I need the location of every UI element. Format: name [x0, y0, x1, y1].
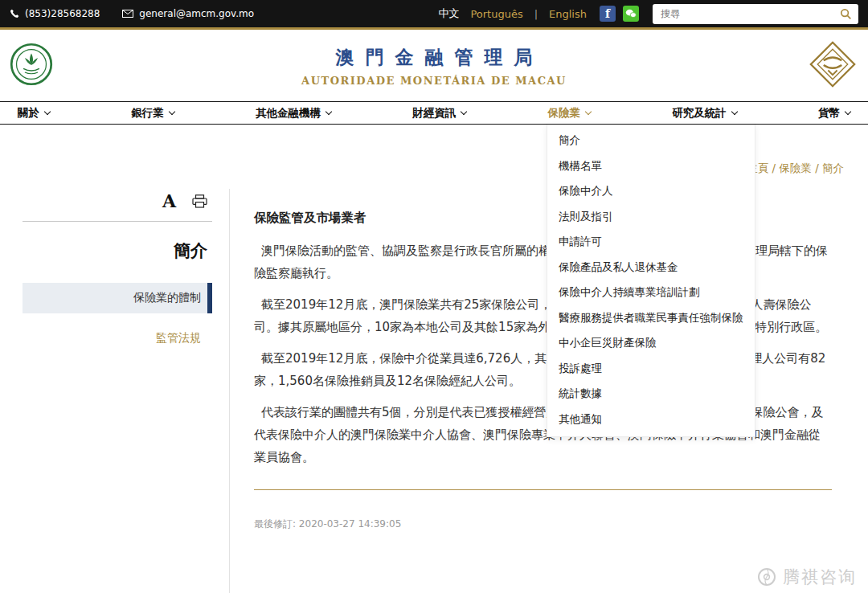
nav-label: 關於 [18, 106, 39, 121]
top-utility-bar: (853)28568288 general@amcm.gov.mo 中文 Por… [0, 0, 868, 27]
nav-item-banking[interactable]: 銀行業 [131, 106, 174, 121]
breadcrumb-separator: / [768, 162, 779, 174]
email-icon [122, 10, 133, 18]
breadcrumb-intro[interactable]: 簡介 [822, 162, 844, 174]
phone-number: (853)28568288 [25, 8, 100, 19]
nav-item-other-financial-institutions[interactable]: 其他金融機構 [256, 106, 331, 121]
wechat-bubbles-icon [625, 9, 637, 18]
sidebar-section-title: 簡介 [23, 239, 212, 262]
site-title-portuguese: AUTORIDADE MONETÁRIA DE MACAU [301, 75, 567, 87]
phone-icon [10, 9, 19, 18]
sidebar-divider [23, 221, 212, 222]
nav-label: 貨幣 [818, 106, 840, 121]
amcm-diamond-logo [809, 40, 857, 92]
site-header: 澳門金融管理局 AUTORIDADE MONETÁRIA DE MACAU [0, 30, 868, 101]
dropdown-item-other-notices[interactable]: 其他通知 [547, 407, 755, 432]
chevron-down-icon [326, 108, 332, 114]
sidebar-item-regulations[interactable]: 監管法規 [23, 331, 212, 346]
dropdown-item-intro[interactable]: 簡介 [547, 128, 755, 153]
amcm-page: (853)28568288 general@amcm.gov.mo 中文 Por… [0, 0, 868, 593]
insurance-dropdown-menu: 簡介 機構名單 保險中介人 法則及指引 申請許可 保險產品及私人退休基金 保險中… [547, 125, 755, 437]
chevron-down-icon [845, 108, 851, 114]
site-title: 澳門金融管理局 AUTORIDADE MONETÁRIA DE MACAU [301, 45, 567, 87]
sidebar-menu: 保險業的體制 監管法規 [23, 283, 212, 346]
dropdown-item-sme-catastrophe-insurance[interactable]: 中小企巨災財產保險 [547, 330, 755, 356]
facebook-icon[interactable]: f [600, 6, 616, 22]
macau-seal-logo[interactable] [10, 43, 53, 89]
dropdown-item-institutions-list[interactable]: 機構名單 [547, 153, 755, 179]
lang-chinese[interactable]: 中文 [438, 6, 459, 21]
nav-item-insurance[interactable]: 保險業 [548, 106, 592, 121]
main-navigation: 關於 銀行業 其他金融機構 財經資訊 保險業 研究及統計 貨幣 [0, 101, 868, 125]
site-title-chinese: 澳門金融管理局 [301, 45, 567, 70]
content-gold-divider [254, 489, 832, 490]
chevron-down-icon [585, 108, 592, 114]
print-icon[interactable] [192, 194, 207, 208]
nav-label: 銀行業 [131, 106, 164, 121]
nav-label: 研究及統計 [672, 106, 727, 121]
breadcrumb-insurance[interactable]: 保險業 [779, 162, 812, 174]
watermark: 腾祺咨询 [756, 566, 857, 588]
language-switcher: 中文 Português | English [438, 6, 587, 21]
lang-english[interactable]: English [549, 8, 587, 20]
dropdown-item-licensing[interactable]: 申請許可 [547, 229, 755, 255]
dropdown-item-cpd-program[interactable]: 保險中介人持續專業培訓計劃 [547, 280, 755, 305]
chevron-down-icon [731, 108, 738, 114]
last-modified: 最後修訂: 2020-03-27 14:39:05 [254, 517, 832, 531]
chevron-down-icon [461, 108, 467, 114]
phone-contact[interactable]: (853)28568288 [10, 8, 100, 19]
dropdown-item-rules-guidelines[interactable]: 法則及指引 [547, 204, 755, 230]
sidebar-item-insurance-system[interactable]: 保險業的體制 [23, 283, 212, 313]
nav-label: 財經資訊 [412, 106, 456, 121]
email-contact[interactable]: general@amcm.gov.mo [122, 8, 254, 19]
lang-portuguese[interactable]: Português [470, 8, 522, 20]
nav-label: 其他金融機構 [256, 106, 321, 121]
email-address: general@amcm.gov.mo [139, 8, 254, 19]
chevron-down-icon [169, 108, 175, 114]
search-icon[interactable] [840, 8, 852, 20]
dropdown-item-medical-liability-insurance[interactable]: 醫療服務提供者職業民事責任強制保險 [547, 305, 755, 331]
dropdown-item-intermediaries[interactable]: 保險中介人 [547, 178, 755, 204]
nav-item-currency[interactable]: 貨幣 [818, 106, 850, 121]
facebook-glyph: f [605, 7, 610, 20]
watermark-logo-icon [756, 566, 777, 587]
nav-item-financial-info[interactable]: 財經資訊 [412, 106, 466, 121]
nav-item-research-statistics[interactable]: 研究及統計 [672, 106, 737, 121]
dropdown-item-products-pension-funds[interactable]: 保險產品及私人退休基金 [547, 255, 755, 280]
lang-separator: | [534, 8, 538, 20]
font-resize-button[interactable]: A [162, 192, 176, 210]
search-box [653, 4, 858, 24]
nav-item-about[interactable]: 關於 [18, 106, 50, 121]
watermark-text: 腾祺咨询 [783, 566, 857, 588]
search-input[interactable] [659, 7, 840, 20]
page-tools: A [23, 189, 212, 213]
breadcrumb-separator: / [812, 162, 822, 174]
dropdown-item-statistics[interactable]: 統計數據 [547, 381, 755, 407]
chevron-down-icon [44, 108, 51, 114]
wechat-icon[interactable] [623, 6, 639, 22]
dropdown-item-complaints[interactable]: 投訴處理 [547, 356, 755, 382]
nav-label: 保險業 [548, 106, 581, 121]
sidebar: A 簡介 保險業的體制 監管法規 [0, 189, 229, 593]
